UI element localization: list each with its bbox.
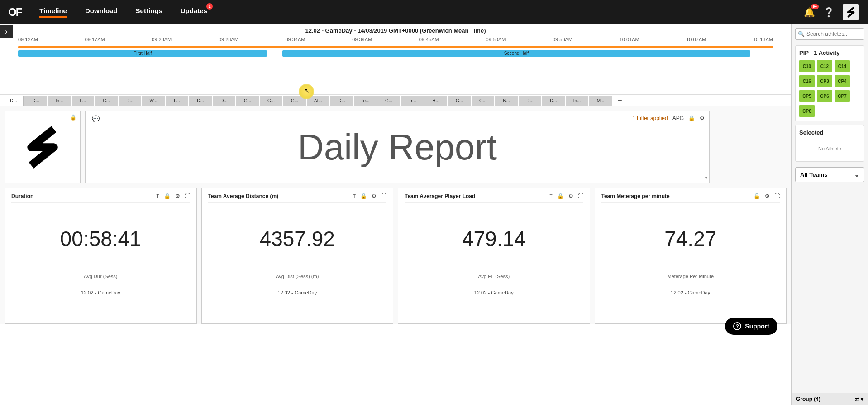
widget-tab[interactable]: G... — [260, 96, 282, 106]
period-first-half[interactable]: First Half — [18, 50, 267, 57]
widget-tab[interactable]: G... — [236, 96, 259, 106]
gear-icon[interactable]: ⚙ — [175, 193, 180, 199]
metric-subtitle: Avg Dur (Sess) — [84, 274, 117, 279]
widget-tab[interactable]: D... — [519, 96, 541, 106]
t-label: T — [549, 194, 552, 199]
athlete-chip[interactable]: CP6 — [817, 90, 832, 102]
expand-icon[interactable]: ⛶ — [578, 193, 583, 199]
metric-title: Team Meterage per minute — [601, 193, 670, 199]
expand-icon[interactable]: ⛶ — [381, 193, 386, 199]
gear-icon[interactable]: ⚙ — [372, 193, 377, 199]
widget-tab[interactable]: Tr... — [401, 96, 424, 106]
athlete-chip[interactable]: C16 — [799, 75, 815, 87]
widget-tab[interactable]: In... — [48, 96, 71, 106]
widget-tab[interactable]: C... — [95, 96, 118, 106]
time-tick: 09:45AM — [419, 37, 439, 42]
widget-tab[interactable]: D... — [542, 96, 565, 106]
timeline-track[interactable]: First Half Second Half — [18, 46, 773, 58]
metric-session: 12.02 - GameDay — [81, 290, 120, 295]
help-circle-icon: ? — [733, 322, 741, 330]
athlete-chip[interactable]: CP5 — [799, 90, 815, 102]
metric-title: Duration — [11, 193, 33, 199]
add-tab-button[interactable]: + — [614, 96, 626, 106]
brand-logo[interactable] — [843, 4, 859, 20]
lock-icon[interactable]: 🔒 — [360, 193, 367, 199]
metric-distance: Team Average Distance (m) T 🔒 ⚙ ⛶ 4357.9… — [201, 188, 394, 324]
metric-session: 12.02 - GameDay — [671, 290, 710, 295]
report-title: Daily Report — [298, 126, 497, 168]
time-tick: 09:39AM — [352, 37, 372, 42]
widget-tab[interactable]: G... — [283, 96, 306, 106]
search-input[interactable] — [795, 28, 864, 40]
apg-label: APG — [672, 115, 684, 121]
widget-tab[interactable]: D... — [189, 96, 212, 106]
expand-icon[interactable]: ⛶ — [185, 193, 190, 199]
metrics-row: Duration T 🔒 ⚙ ⛶ 00:58:41 Avg Dur (Sess)… — [5, 188, 787, 324]
nav-items: Timeline Download Settings Updates 1 — [39, 7, 207, 18]
athlete-chip[interactable]: C14 — [835, 60, 850, 72]
widget-tab[interactable]: D... — [213, 96, 235, 106]
widget-tab[interactable]: D... — [4, 96, 24, 106]
support-button[interactable]: ? Support — [725, 318, 777, 335]
session-bar[interactable] — [18, 46, 773, 48]
widget-tab[interactable]: G... — [377, 96, 400, 106]
widget-tab[interactable]: N... — [495, 96, 518, 106]
timeline-section: 12.02 - GameDay - 14/03/2019 GMT+0000 (G… — [0, 24, 791, 95]
widget-tab[interactable]: In... — [566, 96, 588, 106]
filter-applied-link[interactable]: 1 Filter applied — [632, 115, 668, 121]
widget-tab[interactable]: Te... — [354, 96, 377, 106]
group-footer[interactable]: Group (4) ⇄ ▾ — [792, 393, 868, 405]
title-widget-controls: 1 Filter applied APG 🔒 ⚙ — [632, 115, 705, 121]
team-select[interactable]: All Teams ⌄ — [795, 167, 864, 182]
widget-tab[interactable]: G... — [472, 96, 494, 106]
expand-icon[interactable]: ⛶ — [774, 193, 780, 199]
help-icon[interactable]: ❔ — [823, 7, 835, 18]
widget-tab[interactable]: D... — [119, 96, 141, 106]
lock-icon[interactable]: 🔒 — [70, 114, 76, 121]
activity-title: PIP - 1 Activity — [799, 49, 860, 56]
athlete-chip[interactable]: CP8 — [799, 105, 815, 117]
athlete-chip[interactable]: C10 — [799, 60, 815, 72]
group-controls-icon[interactable]: ⇄ ▾ — [855, 396, 863, 402]
updates-badge: 1 — [206, 3, 213, 10]
gear-icon[interactable]: ⚙ — [765, 193, 770, 199]
comment-icon[interactable]: 💬 — [92, 115, 100, 122]
period-second-half[interactable]: Second Half — [282, 50, 750, 57]
widget-tab[interactable]: D... — [330, 96, 353, 106]
lock-icon[interactable]: 🔒 — [557, 193, 564, 199]
gear-icon[interactable]: ⚙ — [700, 115, 705, 121]
nav-settings[interactable]: Settings — [136, 7, 162, 18]
metric-player-load: Team Averager Player Load T 🔒 ⚙ ⛶ 479.14… — [398, 188, 590, 324]
widget-tab[interactable]: M... — [589, 96, 612, 106]
widget-tab[interactable]: F... — [166, 96, 188, 106]
nav-updates-label: Updates — [181, 7, 207, 14]
team-select-label: All Teams — [800, 171, 827, 178]
time-tick: 09:34AM — [286, 37, 305, 42]
expand-panel-button[interactable]: › — [0, 25, 13, 38]
athlete-chip[interactable]: C12 — [817, 60, 832, 72]
widget-tab[interactable]: L... — [72, 96, 94, 106]
athlete-chip-grid: C10 C12 C14 C16 CP3 CP4 CP5 CP6 CP7 CP8 — [799, 60, 860, 117]
nav-timeline[interactable]: Timeline — [39, 7, 67, 18]
metric-value: 74.27 — [664, 227, 716, 251]
scroll-indicator-icon[interactable]: ▾ — [705, 175, 707, 180]
t-label: T — [156, 194, 159, 199]
widget-tab[interactable]: At... — [307, 96, 329, 106]
widget-tab[interactable]: D... — [24, 96, 47, 106]
widget-tab[interactable]: G... — [448, 96, 471, 106]
lock-icon[interactable]: 🔓 — [754, 193, 760, 199]
lock-icon[interactable]: 🔒 — [164, 193, 171, 199]
athlete-chip[interactable]: CP7 — [835, 90, 850, 102]
notifications-button[interactable]: 🔔 9+ — [804, 7, 815, 18]
athlete-panel: 🔍 PIP - 1 Activity C10 C12 C14 C16 CP3 C… — [791, 24, 868, 405]
gear-icon[interactable]: ⚙ — [568, 193, 573, 199]
widget-tab[interactable]: W... — [142, 96, 165, 106]
nav-download[interactable]: Download — [85, 7, 118, 18]
widget-tab[interactable]: H... — [424, 96, 447, 106]
lock-icon[interactable]: 🔒 — [688, 115, 695, 121]
time-tick: 10:01AM — [620, 37, 639, 42]
athlete-chip[interactable]: CP4 — [835, 75, 850, 87]
time-tick: 09:28AM — [219, 37, 238, 42]
athlete-chip[interactable]: CP3 — [817, 75, 832, 87]
nav-updates[interactable]: Updates 1 — [181, 7, 207, 18]
